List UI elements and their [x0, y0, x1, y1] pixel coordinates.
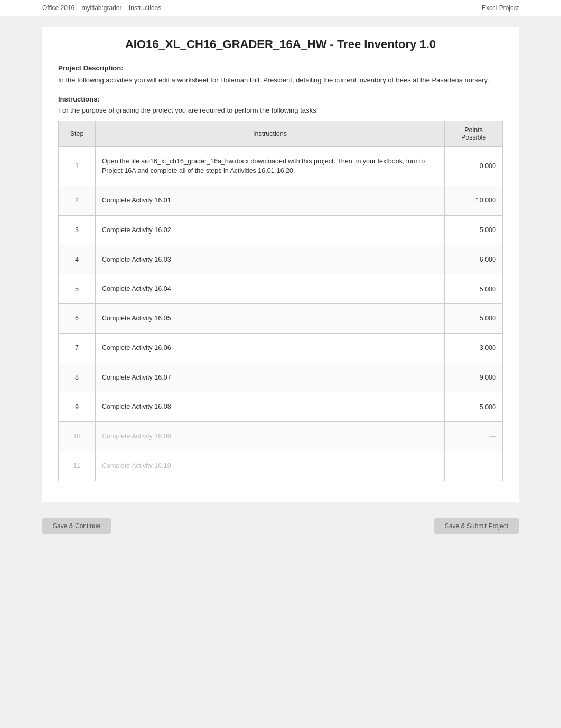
table-row: 6Complete Activity 16.055.000	[59, 304, 503, 334]
step-number: 2	[59, 186, 96, 216]
main-content: AIO16_XL_CH16_GRADER_16A_HW - Tree Inven…	[42, 27, 519, 502]
project-description-label: Project Description:	[58, 64, 503, 72]
step-number: 1	[59, 146, 96, 186]
step-points: 5.000	[445, 215, 503, 245]
step-number: 3	[59, 215, 96, 245]
col-header-step: Step	[59, 121, 96, 146]
table-row: 9Complete Activity 16.085.000	[59, 392, 503, 422]
step-points: 5.000	[445, 304, 503, 334]
table-header-row: Step Instructions Points Possible	[59, 121, 503, 146]
step-number: 11	[59, 451, 96, 481]
bottom-bar: Save & Continue Save & Submit Project	[0, 513, 561, 539]
step-points: 5.000	[445, 274, 503, 304]
save-continue-button[interactable]: Save & Continue	[42, 518, 111, 534]
step-number: 6	[59, 304, 96, 334]
step-instructions: Complete Activity 16.03	[96, 245, 445, 274]
intro-text: For the purpose of grading the project y…	[58, 106, 503, 114]
step-points: —	[445, 451, 503, 481]
table-row: 5Complete Activity 16.045.000	[59, 274, 503, 304]
step-number: 4	[59, 245, 96, 274]
step-instructions: Complete Activity 16.04	[96, 274, 445, 304]
step-points: —	[445, 422, 503, 451]
step-instructions: Complete Activity 16.10	[96, 451, 445, 481]
table-row: 8Complete Activity 16.079.000	[59, 363, 503, 392]
step-instructions: Complete Activity 16.01	[96, 186, 445, 216]
page-title: AIO16_XL_CH16_GRADER_16A_HW - Tree Inven…	[58, 38, 503, 51]
top-bar-right: Excel Project	[482, 4, 519, 12]
table-row: 11Complete Activity 16.10—	[59, 451, 503, 481]
steps-table: Step Instructions Points Possible 1Open …	[58, 121, 503, 481]
step-number: 10	[59, 422, 96, 451]
step-instructions: Open the file aio16_xl_ch16_grader_16a_h…	[96, 146, 445, 186]
col-header-instructions: Instructions	[96, 121, 445, 146]
step-points: 10.000	[445, 186, 503, 216]
table-row: 10Complete Activity 16.09—	[59, 422, 503, 451]
top-bar: Office 2016 – myitlab:grader – Instructi…	[0, 0, 561, 16]
step-points: 0.000	[445, 146, 503, 186]
save-submit-button[interactable]: Save & Submit Project	[434, 518, 519, 534]
step-instructions: Complete Activity 16.09	[96, 422, 445, 451]
step-instructions: Complete Activity 16.05	[96, 304, 445, 334]
step-points: 5.000	[445, 392, 503, 422]
step-instructions: Complete Activity 16.07	[96, 363, 445, 392]
step-instructions: Complete Activity 16.08	[96, 392, 445, 422]
table-row: 7Complete Activity 16.063.000	[59, 333, 503, 363]
table-row: 2Complete Activity 16.0110.000	[59, 186, 503, 216]
table-row: 1Open the file aio16_xl_ch16_grader_16a_…	[59, 146, 503, 186]
step-points: 3.000	[445, 333, 503, 363]
col-header-points: Points Possible	[445, 121, 503, 146]
step-points: 6.000	[445, 245, 503, 274]
step-points: 9.000	[445, 363, 503, 392]
table-row: 4Complete Activity 16.036.000	[59, 245, 503, 274]
description-text: In the following activities you will edi…	[58, 75, 503, 86]
step-instructions: Complete Activity 16.06	[96, 333, 445, 363]
instructions-label: Instructions:	[58, 95, 503, 103]
top-bar-left: Office 2016 – myitlab:grader – Instructi…	[42, 4, 161, 12]
step-number: 8	[59, 363, 96, 392]
table-row: 3Complete Activity 16.025.000	[59, 215, 503, 245]
step-number: 7	[59, 333, 96, 363]
step-instructions: Complete Activity 16.02	[96, 215, 445, 245]
step-number: 5	[59, 274, 96, 304]
step-number: 9	[59, 392, 96, 422]
